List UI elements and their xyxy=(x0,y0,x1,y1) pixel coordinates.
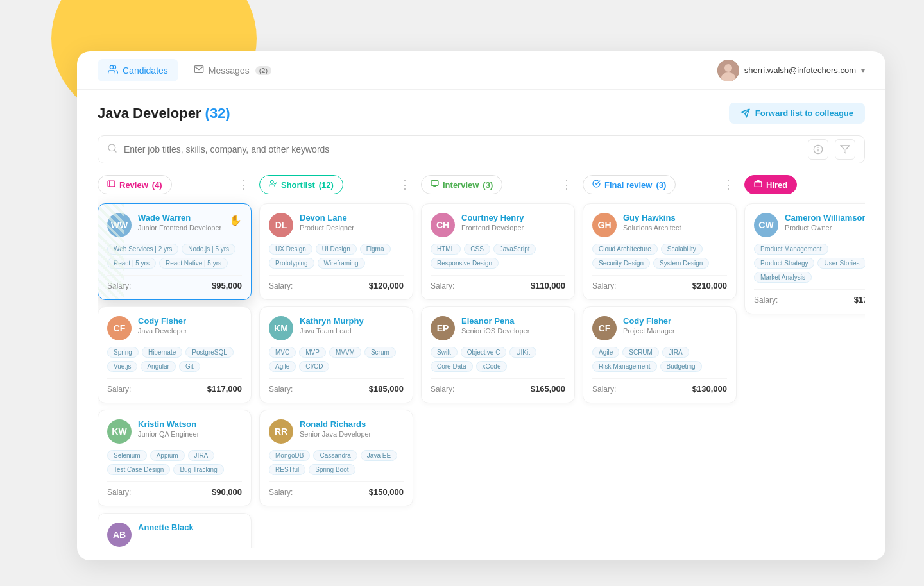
col-badge-interview[interactable]: Interview (3) xyxy=(421,175,502,194)
svg-point-2 xyxy=(724,64,732,72)
card-top: CF Cody Fisher Java Developer xyxy=(107,316,242,340)
messages-label: Messages xyxy=(209,65,250,76)
card-tags: UX DesignUI DesignFigmaPrototypingWirefr… xyxy=(269,244,404,269)
svg-marker-11 xyxy=(841,146,849,153)
candidate-name: Ronald Richards xyxy=(300,419,404,429)
col-menu-review[interactable]: ⋮ xyxy=(235,178,252,192)
svg-rect-15 xyxy=(755,182,762,187)
skill-tag: Prototyping xyxy=(269,258,314,269)
col-menu-interview[interactable]: ⋮ xyxy=(558,178,575,192)
card-top: DL Devon Lane Product Designer xyxy=(269,213,404,237)
skill-tag: Risk Management xyxy=(592,361,657,372)
skill-tag: Scrum xyxy=(364,347,396,358)
avatar: DL xyxy=(269,213,293,237)
skill-tag: UIKit xyxy=(509,347,536,358)
candidate-card[interactable]: CF Cody Fisher Project Manager AgileSCRU… xyxy=(583,306,737,403)
nav-tab-candidates[interactable]: Candidates xyxy=(98,59,178,81)
skill-tag: UX Design xyxy=(269,244,312,255)
skill-tag: MVVM xyxy=(329,347,361,358)
card-top: KM Kathryn Murphy Java Team Lead xyxy=(269,316,404,340)
candidate-card[interactable]: WW Wade Warren Junior Frontend Developer… xyxy=(98,203,252,300)
candidate-card[interactable]: KW Kristin Watson Junior QA Engineer Sel… xyxy=(98,410,252,506)
col-header-hired: Hired xyxy=(744,175,865,194)
card-info: Courtney Henry Frontend Developer xyxy=(461,213,565,231)
card-info: Cameron Williamson Product Owner xyxy=(785,213,865,231)
col-badge-hired[interactable]: Hired xyxy=(744,175,797,194)
candidate-title: Junior QA Engineer xyxy=(138,430,242,438)
candidate-title: Senior Java Developer xyxy=(300,430,404,438)
avatar: CH xyxy=(431,213,455,237)
candidate-card[interactable]: RR Ronald Richards Senior Java Developer… xyxy=(259,410,413,506)
filter-button[interactable] xyxy=(835,139,855,160)
salary-label: Salary: xyxy=(269,281,293,290)
top-nav: Candidates Messages (2) sherri.walsh@i xyxy=(77,51,886,90)
card-tags: HTMLCSSJavaScriptResponsive Design xyxy=(431,244,565,269)
candidate-title: Senior iOS Developer xyxy=(461,327,565,335)
card-salary: Salary: $117,000 xyxy=(107,378,242,394)
candidate-name: Kathryn Murphy xyxy=(300,316,404,326)
svg-line-7 xyxy=(114,150,116,152)
candidate-card[interactable]: CF Cody Fisher Java Developer SpringHibe… xyxy=(98,306,252,403)
avatar: AB xyxy=(107,523,132,547)
skill-tag: CSS xyxy=(464,244,490,255)
column-review: Review (4) ⋮ WW Wade Warren Junior Front… xyxy=(98,175,252,548)
avatar: GH xyxy=(592,213,617,237)
candidate-name: Cody Fisher xyxy=(138,316,242,326)
search-input[interactable] xyxy=(124,144,801,155)
candidate-card[interactable]: EP Eleanor Pena Senior iOS Developer Swi… xyxy=(421,306,575,403)
skill-tag: Vue.js xyxy=(107,361,137,372)
candidate-name: Kristin Watson xyxy=(138,419,242,429)
col-menu-final[interactable]: ⋮ xyxy=(720,178,737,192)
card-info: Devon Lane Product Designer xyxy=(300,213,404,231)
kanban-board: Review (4) ⋮ WW Wade Warren Junior Front… xyxy=(98,175,865,548)
salary-label: Salary: xyxy=(592,385,616,394)
user-area[interactable]: sherri.walsh@infotechers.com ▾ xyxy=(717,60,865,81)
svg-point-13 xyxy=(271,181,273,183)
skill-tag: Spring xyxy=(107,347,139,358)
col-label-final: Final review xyxy=(604,180,652,190)
candidate-card[interactable]: CW Cameron Williamson Product Owner Prod… xyxy=(744,203,865,314)
messages-icon xyxy=(194,64,204,76)
card-salary: Salary: $175,000 xyxy=(754,289,865,305)
candidate-card[interactable]: CH Courtney Henry Frontend Developer HTM… xyxy=(421,203,575,300)
forward-list-button[interactable]: Forward list to colleague xyxy=(729,103,865,124)
salary-label: Salary: xyxy=(592,281,616,290)
avatar: CW xyxy=(754,213,778,237)
skill-tag: MVC xyxy=(269,347,296,358)
col-count-review: (4) xyxy=(152,180,162,190)
candidate-card[interactable]: GH Guy Hawkins Solutions Architect Cloud… xyxy=(583,203,737,300)
avatar: CF xyxy=(592,316,617,340)
col-menu-shortlist[interactable]: ⋮ xyxy=(397,178,413,192)
skill-tag: Appium xyxy=(150,450,185,461)
card-info: Kathryn Murphy Java Team Lead xyxy=(300,316,404,335)
skill-tag: Product Strategy xyxy=(754,258,814,269)
card-top: WW Wade Warren Junior Frontend Developer… xyxy=(107,213,242,237)
col-badge-review[interactable]: Review (4) xyxy=(98,175,172,194)
col-badge-shortlist[interactable]: Shortlist (12) xyxy=(259,175,343,194)
candidate-title: Project Manager xyxy=(623,327,727,335)
info-button[interactable] xyxy=(808,139,828,160)
search-actions xyxy=(808,139,855,160)
col-badge-final[interactable]: Final review (3) xyxy=(583,175,676,194)
card-top: GH Guy Hawkins Solutions Architect xyxy=(592,213,727,237)
skill-tag: Bug Tracking xyxy=(173,464,223,475)
skill-tag: Wireframing xyxy=(318,258,365,269)
skill-tag: Cassandra xyxy=(313,450,357,461)
candidate-card[interactable]: KM Kathryn Murphy Java Team Lead MVCMVPM… xyxy=(259,306,413,403)
card-info: Kristin Watson Junior QA Engineer xyxy=(138,419,242,438)
skill-tag: JavaScript xyxy=(493,244,536,255)
salary-amount: $117,000 xyxy=(207,384,242,394)
salary-amount: $165,000 xyxy=(531,384,565,394)
drag-handle-icon[interactable]: ✋ xyxy=(229,213,242,226)
candidate-card[interactable]: DL Devon Lane Product Designer UX Design… xyxy=(259,203,413,300)
candidate-title: Frontend Developer xyxy=(461,224,565,231)
column-final: Final review (3) ⋮ GH Guy Hawkins Soluti… xyxy=(583,175,737,548)
candidate-title: Java Developer xyxy=(138,327,242,335)
column-shortlist: Shortlist (12) ⋮ DL Devon Lane Product D… xyxy=(259,175,413,548)
skill-tag: xCode xyxy=(476,361,508,372)
candidate-name: Devon Lane xyxy=(300,213,404,222)
candidate-card[interactable]: AB Annette Black xyxy=(98,513,252,548)
card-salary: Salary: $165,000 xyxy=(431,378,565,394)
avatar: CF xyxy=(107,316,132,340)
nav-tab-messages[interactable]: Messages (2) xyxy=(184,59,282,81)
